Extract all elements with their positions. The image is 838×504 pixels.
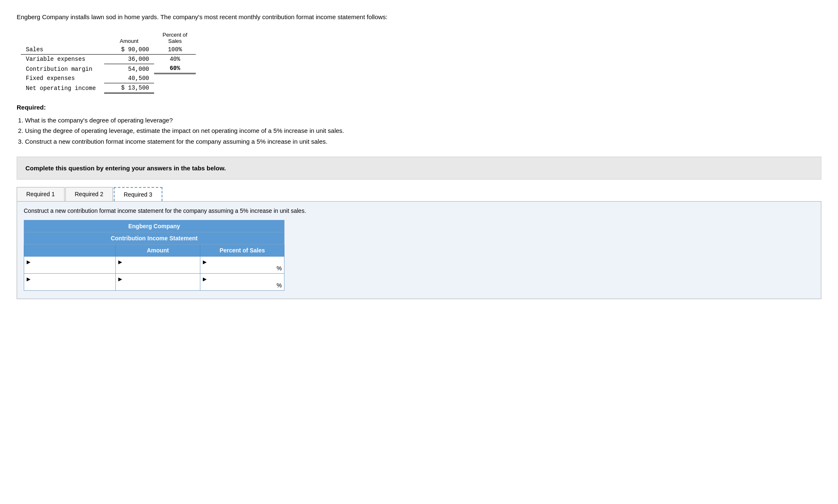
answer-table: Engberg Company Contribution Income Stat… <box>24 220 284 291</box>
row2-label-cell: ▶ <box>24 274 116 291</box>
row2-percent-cell: ▶ % <box>200 274 284 291</box>
intro-text: Engberg Company installs lawn sod in hom… <box>17 12 821 22</box>
tab-required-3[interactable]: Required 3 <box>114 187 162 201</box>
contribution-margin-label: Contribution margin <box>21 64 104 74</box>
row1-percent-arrow: ▶ <box>203 259 207 265</box>
row2-percent-arrow: ▶ <box>203 276 207 282</box>
fixed-expenses-label: Fixed expenses <box>21 74 104 83</box>
question-2: Using the degree of operating leverage, … <box>25 125 821 136</box>
row1-amount-cell: ▶ <box>116 257 200 274</box>
row2-amount-arrow: ▶ <box>118 276 122 282</box>
table-row: Net operating income $ 13,500 <box>21 83 196 93</box>
statement-title-header: Contribution Income Statement <box>24 232 284 245</box>
net-operating-income-amount: $ 13,500 <box>104 83 154 93</box>
answer-table-wrapper: Engberg Company Contribution Income Stat… <box>24 220 284 291</box>
net-operating-income-label: Net operating income <box>21 83 104 93</box>
fixed-expenses-percent <box>154 74 196 83</box>
sales-label: Sales <box>21 45 104 55</box>
percent-header: Percent of Sales <box>154 30 196 45</box>
row2-label-input[interactable] <box>27 282 113 289</box>
table-row: ▶ ▶ ▶ % <box>24 257 284 274</box>
col-amount-header: Amount <box>116 245 200 257</box>
variable-expenses-label: Variable expenses <box>21 54 104 64</box>
sales-percent: 100% <box>154 45 196 55</box>
row2-amount-cell: ▶ <box>116 274 200 291</box>
table-row: Variable expenses 36,000 40% <box>21 54 196 64</box>
row2-amount-input[interactable] <box>118 282 197 289</box>
required-heading: Required: <box>17 104 821 111</box>
row2-percent-input[interactable] <box>203 282 276 289</box>
col-label-header <box>24 245 116 257</box>
tab-content-required-3: Construct a new contribution format inco… <box>17 202 821 299</box>
net-operating-income-percent <box>154 83 196 93</box>
company-name-header: Engberg Company <box>24 220 284 232</box>
question-3: Construct a new contribution format inco… <box>25 136 821 147</box>
tab-required-2[interactable]: Required 2 <box>65 187 113 201</box>
contribution-margin-amount: 54,000 <box>104 64 154 74</box>
fixed-expenses-amount: 40,500 <box>104 74 154 83</box>
questions-list: What is the company's degree of operatin… <box>25 115 821 147</box>
contribution-margin-percent: 60% <box>154 64 196 74</box>
tabs-container: Required 1 Required 2 Required 3 <box>17 187 821 202</box>
tab-required-1[interactable]: Required 1 <box>17 187 65 201</box>
row1-percent-sign: % <box>277 265 282 272</box>
row1-amount-arrow: ▶ <box>118 259 122 265</box>
table-row: Contribution margin 54,000 60% <box>21 64 196 74</box>
complete-box-text: Complete this question by entering your … <box>25 165 226 172</box>
complete-box: Complete this question by entering your … <box>17 157 821 180</box>
question-1: What is the company's degree of operatin… <box>25 115 821 126</box>
table-row: Sales $ 90,000 100% <box>21 45 196 55</box>
col-percent-header: Percent of Sales <box>200 245 284 257</box>
variable-expenses-percent: 40% <box>154 54 196 64</box>
row1-label-input[interactable] <box>27 265 113 272</box>
amount-header: Amount <box>104 30 154 45</box>
tab-description: Construct a new contribution format inco… <box>24 207 814 214</box>
row2-percent-sign: % <box>277 282 282 289</box>
row2-arrow: ▶ <box>27 276 30 282</box>
row1-amount-input[interactable] <box>118 265 197 272</box>
sales-amount: $ 90,000 <box>104 45 154 55</box>
row1-arrow: ▶ <box>27 259 30 265</box>
income-statement-table: Amount Percent of Sales Sales $ 90,000 1… <box>21 30 196 94</box>
row1-percent-cell: ▶ % <box>200 257 284 274</box>
table-row: Fixed expenses 40,500 <box>21 74 196 83</box>
row1-label-cell: ▶ <box>24 257 116 274</box>
row1-percent-input[interactable] <box>203 265 276 272</box>
variable-expenses-amount: 36,000 <box>104 54 154 64</box>
table-row: ▶ ▶ ▶ % <box>24 274 284 291</box>
